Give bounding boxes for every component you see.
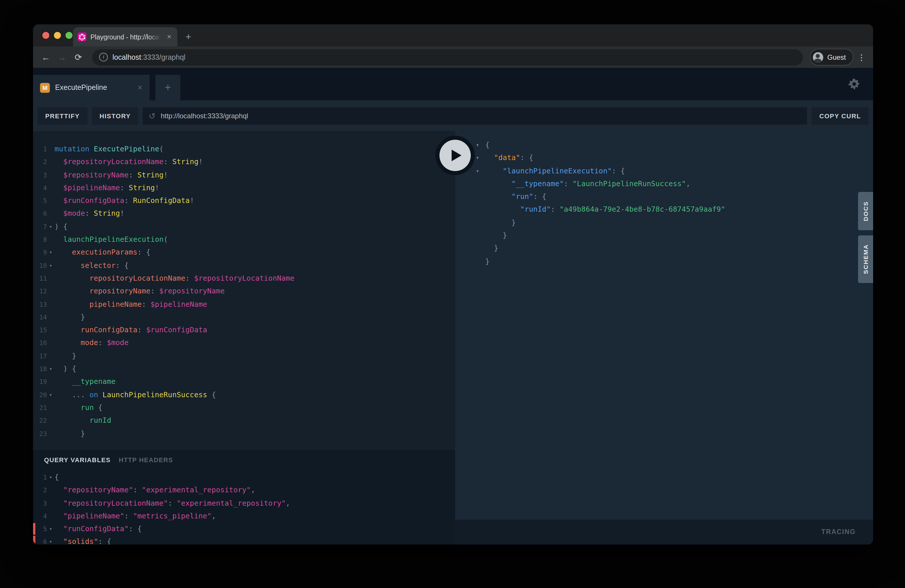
code-text: "runConfigData": { [54,524,142,533]
browser-menu-icon[interactable]: ⋮ [856,52,867,62]
line-number: 21 [33,402,47,415]
code-text: ) { [54,222,68,231]
browser-tab[interactable]: Playground - http://localhost:3 ✕ [73,27,178,46]
fold-arrow-icon[interactable]: ▾ [47,388,54,401]
browser-tab-close-icon[interactable]: ✕ [165,32,173,41]
fold-arrow-icon[interactable]: ▾ [47,246,54,259]
code-line: 6▾ "solids": { [33,536,455,545]
copy-curl-button[interactable]: COPY CURL [812,107,868,124]
code-text: } [485,218,516,227]
code-text: runId [54,416,111,424]
line-number: 14 [33,311,47,324]
line-number: 18 [33,363,47,376]
minimize-window-button[interactable] [54,32,61,39]
code-text: } [485,257,490,265]
line-number: 15 [33,324,47,337]
reload-icon[interactable]: ⟳ [71,52,85,62]
url-text: localhost:3333/graphql [113,53,186,61]
address-bar: ← → ⟳ i localhost:3333/graphql Guest ⋮ [33,46,873,68]
fold-arrow-icon[interactable]: ▾ [476,164,485,178]
line-number: 3 [33,497,47,510]
code-line: 18▾ ) { [33,362,455,375]
fold-arrow-icon[interactable]: ▾ [47,220,54,234]
playground-tab-executepipeline[interactable]: M ExecutePipeline ✕ [33,75,149,100]
code-text: $repositoryLocationName: String! [54,157,203,166]
new-tab-button[interactable]: + [186,31,191,46]
endpoint-input[interactable]: ↺ http://localhost:3333/graphql [143,107,807,124]
code-text: "data": { [485,153,533,162]
code-text: $pipelineName: String! [54,183,159,192]
docs-side-tab[interactable]: DOCS [858,192,873,230]
query-editor[interactable]: 1mutation ExecutePipeline(2 $repositoryL… [33,131,455,450]
code-line: 14 } [33,311,455,324]
code-text: run { [54,403,103,412]
code-line: } [476,255,873,268]
schema-side-tab[interactable]: SCHEMA [858,235,873,283]
code-line: 17 } [33,350,455,363]
back-icon[interactable]: ← [39,52,53,62]
playground-new-tab-button[interactable]: + [156,75,180,100]
tab-http-headers[interactable]: HTTP HEADERS [119,456,173,463]
code-line: ▾ "data": { [476,152,873,165]
line-number: 11 [33,273,47,286]
prettify-button[interactable]: PRETTIFY [38,107,87,124]
code-text: "repositoryLocationName": "experimental_… [54,498,290,507]
playground-tab-close-icon[interactable]: ✕ [137,84,143,91]
execute-play-button[interactable] [435,136,475,175]
settings-gear-icon[interactable] [848,78,861,91]
playground-main: 1mutation ExecutePipeline(2 $repositoryL… [33,131,873,545]
line-number: 22 [33,415,47,427]
fold-arrow-icon[interactable]: ▾ [47,523,54,536]
screen: Playground - http://localhost:3 ✕ + ← → … [0,0,905,588]
code-text: $repositoryName: String! [54,170,168,179]
code-text: } [54,313,85,321]
forward-icon[interactable]: → [55,52,69,62]
fold-arrow-icon[interactable]: ▾ [476,152,485,165]
url-field[interactable]: i localhost:3333/graphql [92,49,803,65]
avatar-icon [813,52,823,62]
response-pane: ▾{▾ "data": {▾ "launchPipelineExecution"… [455,131,873,545]
history-button[interactable]: HISTORY [92,107,138,124]
code-text: { [485,140,490,149]
code-line: "__typename": "LaunchPipelineRunSuccess"… [476,178,873,191]
variables-editor[interactable]: 1▾{2 "repositoryName": "experimental_rep… [33,463,455,545]
code-text: "runId": "a49b864a-79e2-4be8-b78c-687457… [485,205,725,214]
playground-tabbar: M ExecutePipeline ✕ + [33,68,873,100]
line-number: 20 [33,389,47,402]
fold-arrow-icon[interactable]: ▾ [47,259,54,272]
tracing-bar[interactable]: TRACING [455,520,873,545]
code-text: mutation ExecutePipeline( [54,145,164,153]
tab-query-variables[interactable]: QUERY VARIABLES [44,456,111,463]
profile-button[interactable]: Guest [810,49,853,65]
mutation-badge: M [40,83,50,92]
line-number: 23 [33,427,47,441]
line-number: 2 [33,485,47,497]
code-line: 23 } [33,427,455,440]
code-text: "repositoryName": "experimental_reposito… [54,486,255,494]
line-number: 4 [33,182,47,195]
fold-arrow-icon[interactable]: ▾ [476,138,485,152]
line-number: 17 [33,350,47,363]
code-text: "run": { [485,192,546,201]
page-info-icon[interactable]: i [99,53,108,62]
reload-schema-icon[interactable]: ↺ [149,111,156,120]
endpoint-url: http://localhost:3333/graphql [160,111,248,120]
zoom-window-button[interactable] [65,32,73,39]
line-number: 16 [33,337,47,350]
fold-arrow-icon[interactable]: ▾ [47,471,54,484]
fold-arrow-icon[interactable]: ▾ [47,536,54,545]
graphql-playground: M ExecutePipeline ✕ + PRETTIFY HISTORY ↺ [33,68,873,545]
close-window-button[interactable] [42,32,49,39]
code-text: "__typename": "LaunchPipelineRunSuccess"… [485,179,690,188]
code-line: 3 "repositoryLocationName": "experimenta… [33,497,455,510]
play-icon [440,140,471,171]
code-text: "solids": { [54,537,111,545]
line-number: 2 [33,156,47,169]
fold-arrow-icon[interactable]: ▾ [47,362,54,375]
code-text: launchPipelineExecution( [54,235,168,243]
graphql-favicon-icon [78,32,86,41]
code-text: } [54,351,76,360]
code-text: ... on LaunchPipelineRunSuccess { [54,390,216,399]
code-line: 2 $repositoryLocationName: String! [33,156,455,169]
code-line: 1▾{ [33,471,455,484]
